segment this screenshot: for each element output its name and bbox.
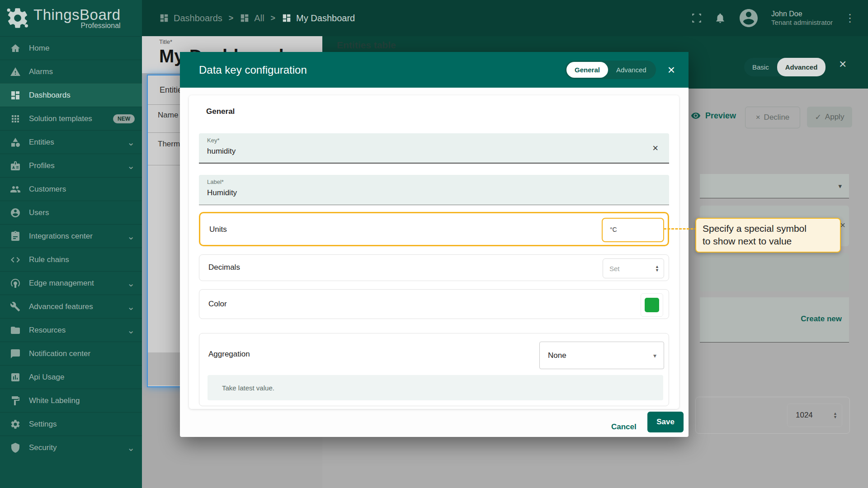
fullscreen-icon[interactable] xyxy=(691,12,703,24)
tab-advanced[interactable]: Advanced xyxy=(608,62,655,78)
chevron-down-icon: ⌄ xyxy=(127,140,135,145)
sidebar-item-security[interactable]: Security⌄ xyxy=(0,436,142,459)
toggle-basic[interactable]: Basic xyxy=(744,63,777,71)
create-new-link[interactable]: Create new xyxy=(801,314,842,324)
user-info[interactable]: John Doe Tenant administrator xyxy=(771,9,833,27)
panel-close-icon[interactable]: × xyxy=(839,57,846,71)
background-select-row[interactable]: ▾ xyxy=(700,174,849,198)
sidebar-item-label: Profiles xyxy=(29,161,119,170)
sidebar-item-edge-management[interactable]: Edge management⌄ xyxy=(0,271,142,295)
dashboard-icon xyxy=(240,13,250,23)
sidebar-item-solution-templates[interactable]: Solution templatesNEW xyxy=(0,107,142,130)
sidebar-item-integrations-center[interactable]: Integrations center⌄ xyxy=(0,224,142,248)
check-icon: ✓ xyxy=(815,113,821,122)
decimals-input[interactable]: Set ▲▼ xyxy=(603,258,664,278)
sidebar-item-entities[interactable]: Entities⌄ xyxy=(0,130,142,154)
tooltip-line-1: Specify a special symbol xyxy=(703,222,834,235)
decimals-label: Decimals xyxy=(208,263,240,272)
chevron-down-icon: ⌄ xyxy=(127,281,135,286)
breadcrumb-all[interactable]: All xyxy=(240,13,264,23)
decline-button[interactable]: × Decline xyxy=(745,107,800,128)
category-icon xyxy=(10,137,21,148)
app-edition: Professional xyxy=(81,22,121,30)
color-swatch xyxy=(645,298,659,312)
badge-icon xyxy=(10,160,21,171)
color-row: Color xyxy=(199,289,669,319)
sidebar-item-alarms[interactable]: Alarms xyxy=(0,60,142,83)
user-name: John Doe xyxy=(771,9,833,19)
sidebar-item-label: Customers xyxy=(29,185,135,194)
units-row: Units °C xyxy=(199,212,669,246)
sidebar-item-home[interactable]: Home xyxy=(0,36,142,60)
dashboard-icon xyxy=(159,13,169,23)
preview-button[interactable]: Preview xyxy=(691,111,736,121)
stepper-icons[interactable]: ▲▼ xyxy=(833,412,842,419)
aggregation-select[interactable]: None ▾ xyxy=(539,342,664,369)
clipboard-icon xyxy=(10,231,21,242)
avatar[interactable] xyxy=(738,7,760,29)
key-field-label: Key* xyxy=(207,137,219,144)
decimals-placeholder: Set xyxy=(603,265,655,272)
sidebar-item-rule-chains[interactable]: Rule chains xyxy=(0,248,142,271)
color-picker-button[interactable] xyxy=(641,293,663,317)
key-field[interactable]: Key* humidity × xyxy=(199,133,669,164)
label-field[interactable]: Label* Humidity xyxy=(199,175,669,205)
warning-icon xyxy=(10,66,21,77)
basic-advanced-toggle: Basic Advanced xyxy=(744,58,819,76)
toggle-advanced[interactable]: Advanced xyxy=(777,58,826,76)
sidebar-item-label: Integrations center xyxy=(29,232,119,241)
units-value: °C xyxy=(610,226,617,233)
podcast-icon xyxy=(10,278,21,289)
sidebar-item-label: Alarms xyxy=(29,67,135,76)
remove-icon[interactable]: × xyxy=(840,220,845,230)
sidebar-item-white-labeling[interactable]: White Labeling xyxy=(0,389,142,412)
breadcrumb-dashboards[interactable]: Dashboards xyxy=(159,13,222,23)
sidebar-item-customers[interactable]: Customers xyxy=(0,177,142,201)
notifications-bell-icon[interactable] xyxy=(714,12,726,24)
tooltip-line-2: to show next to value xyxy=(703,235,834,248)
sidebar-item-users[interactable]: Users xyxy=(0,201,142,224)
tab-general[interactable]: General xyxy=(566,62,608,78)
dialog-close-icon[interactable]: × xyxy=(668,63,675,77)
caret-down-icon: ▾ xyxy=(653,352,664,359)
sidebar-item-advanced-features[interactable]: Advanced features⌄ xyxy=(0,295,142,318)
sidebar-item-settings[interactable]: Settings xyxy=(0,412,142,436)
tools-icon xyxy=(10,301,21,312)
app-logo[interactable]: ThingsBoard Professional xyxy=(0,0,142,36)
shield-icon xyxy=(10,442,21,453)
paint-icon xyxy=(10,395,21,406)
dashboard-title-label: Title* xyxy=(159,38,172,45)
number-input[interactable]: 1024 ▲▼ xyxy=(787,404,842,427)
dialog-tab-toggle: General Advanced xyxy=(565,61,656,79)
user-role: Tenant administrator xyxy=(771,19,833,27)
breadcrumb-separator: > xyxy=(271,14,276,23)
key-clear-icon[interactable]: × xyxy=(652,142,658,154)
kebab-menu-icon[interactable]: ⋮ xyxy=(844,12,855,24)
sidebar-item-dashboards[interactable]: Dashboards xyxy=(0,83,142,107)
units-input[interactable]: °C xyxy=(602,218,664,242)
decimals-stepper-icons[interactable]: ▲▼ xyxy=(655,265,664,272)
breadcrumb-my-dashboard[interactable]: My Dashboard xyxy=(282,13,355,23)
aggregation-hint-text: Take latest value. xyxy=(208,384,274,392)
sidebar-item-label: White Labeling xyxy=(29,396,135,405)
breadcrumb: Dashboards>All>My Dashboard xyxy=(159,13,355,23)
units-tooltip: Specify a special symbol to show next to… xyxy=(695,218,841,253)
apps-icon xyxy=(10,113,21,124)
cancel-button[interactable]: Cancel xyxy=(611,417,637,437)
app-root: Entities table Title* My Dashboard Entit… xyxy=(0,0,868,488)
background-number-field-group: 1024 ▲▼ xyxy=(695,397,850,434)
aggregation-value: None xyxy=(540,351,653,360)
sidebar-item-notification-center[interactable]: Notification center xyxy=(0,342,142,365)
apply-button[interactable]: ✓ Apply xyxy=(807,107,852,127)
sidebar-item-label: Entities xyxy=(29,138,119,147)
sidebar-item-label: Settings xyxy=(29,420,135,429)
table-column-name: Name xyxy=(158,111,178,120)
sidebar-item-label: Solution templates xyxy=(29,114,105,123)
sidebar-item-profiles[interactable]: Profiles⌄ xyxy=(0,154,142,177)
sidebar-item-api-usage[interactable]: Api Usage xyxy=(0,365,142,389)
breadcrumb-separator: > xyxy=(229,14,234,23)
background-create-row: Create new xyxy=(700,297,849,343)
chart-icon xyxy=(10,372,21,383)
save-button[interactable]: Save xyxy=(647,412,684,432)
sidebar-item-resources[interactable]: Resources⌄ xyxy=(0,318,142,342)
